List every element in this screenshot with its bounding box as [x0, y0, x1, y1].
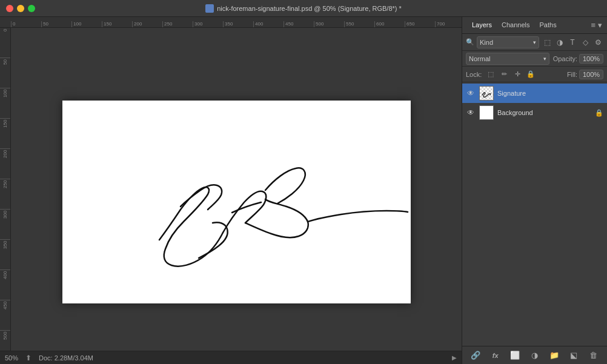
filter-icons: ⬚ ◑ T ◇ ⚙ — [542, 37, 603, 48]
layer-lock-icon-background: 🔒 — [595, 109, 603, 117]
shape-filter-icon[interactable]: ◇ — [580, 37, 591, 48]
document-canvas — [62, 101, 411, 303]
tab-layers[interactable]: Layers — [467, 17, 497, 34]
canvas-with-ruler: 0 50 100 150 200 250 300 350 400 450 500 — [0, 28, 462, 351]
ruler-mark: 300 — [193, 21, 223, 27]
ruler-left-mark: 50 — [0, 58, 10, 88]
lock-position-btn[interactable]: ✛ — [512, 69, 523, 80]
adjust-filter-icon[interactable]: ◑ — [554, 37, 565, 48]
right-panel: Layers Channels Paths ≡ ▾ 🔍 Kind ▾ — [462, 17, 607, 364]
ruler-left-mark: 0 — [0, 28, 10, 58]
lock-all-btn[interactable]: 🔒 — [525, 69, 536, 80]
lock-row: Lock: ⬚ ✏ ✛ 🔒 Fill: 100% — [462, 67, 607, 82]
opacity-control: Opacity: 100% — [553, 54, 603, 64]
panel-menu-icon[interactable]: ▾ — [598, 21, 602, 30]
blend-row: Normal ▾ Opacity: 100% — [462, 51, 607, 67]
ruler-top: 0 50 100 150 200 250 300 350 400 450 500… — [0, 17, 462, 28]
opacity-input[interactable]: 100% — [579, 54, 603, 64]
title-area: nick-foreman-signature-final.psd @ 50% (… — [205, 4, 402, 13]
status-arrow-right[interactable]: ▶ — [452, 354, 457, 361]
layer-name-background: Background — [497, 109, 591, 116]
ruler-left-mark: 300 — [0, 210, 10, 240]
minimize-button[interactable] — [17, 5, 24, 12]
panel-header-icons: ≡ ▾ — [591, 21, 602, 30]
ruler-left-mark: 400 — [0, 270, 10, 300]
svg-rect-0 — [62, 101, 411, 303]
kind-dropdown[interactable]: Kind ▾ — [477, 36, 539, 48]
ruler-mark: 250 — [162, 21, 193, 27]
delete-layer-icon[interactable]: 🗑 — [588, 349, 600, 362]
ruler-mark: 350 — [223, 21, 253, 27]
canvas-viewport[interactable] — [11, 28, 462, 351]
window-controls[interactable] — [6, 5, 35, 12]
add-adjustment-icon[interactable]: ◑ — [528, 349, 540, 362]
lock-label: Lock: — [466, 71, 482, 78]
document-title: nick-foreman-signature-final.psd @ 50% (… — [217, 5, 402, 12]
close-button[interactable] — [6, 5, 13, 12]
blend-mode-dropdown[interactable]: Normal ▾ — [466, 53, 549, 65]
ruler-left-mark: 150 — [0, 119, 10, 149]
svg-rect-1 — [480, 87, 493, 100]
fill-input[interactable]: 100% — [579, 70, 603, 79]
lock-transparent-btn[interactable]: ⬚ — [485, 69, 496, 80]
ruler-mark: 450 — [284, 21, 314, 27]
layer-visibility-background[interactable]: 👁 — [466, 108, 476, 117]
fill-label: Fill: — [567, 71, 577, 78]
pixel-filter-icon[interactable]: ⬚ — [542, 37, 552, 48]
ruler-mark: 600 — [374, 21, 405, 27]
ruler-mark: 650 — [405, 21, 435, 27]
tab-channels[interactable]: Channels — [497, 17, 534, 34]
ruler-mark: 0 — [11, 21, 41, 27]
ruler-left-mark: 250 — [0, 179, 10, 210]
add-mask-icon[interactable]: ⬜ — [509, 349, 521, 362]
canvas-area: 0 50 100 150 200 250 300 350 400 450 500… — [0, 17, 462, 364]
panel-header: Layers Channels Paths ≡ ▾ — [462, 17, 607, 34]
new-layer-icon[interactable]: ⬕ — [568, 349, 580, 362]
lock-paint-btn[interactable]: ✏ — [499, 69, 509, 80]
ruler-mark: 100 — [71, 21, 102, 27]
layer-thumb-background — [479, 105, 494, 120]
ruler-left-mark: 200 — [0, 149, 10, 179]
fx-icon[interactable]: fx — [489, 349, 502, 362]
signature-svg — [62, 101, 411, 303]
ruler-mark: 500 — [314, 21, 344, 27]
ruler-left-mark: 350 — [0, 240, 10, 270]
text-filter-icon[interactable]: T — [567, 37, 578, 48]
zoom-level: 50% — [5, 354, 18, 362]
opacity-label: Opacity: — [553, 55, 577, 62]
share-icon[interactable]: ⬆ — [25, 354, 32, 362]
layer-item-signature[interactable]: 👁 Signature — [462, 84, 607, 103]
layers-list: 👁 Signature 👁 Background 🔒 — [462, 82, 607, 346]
doc-info: Doc: 2.28M/3.04M — [39, 354, 93, 362]
add-group-icon[interactable]: 📁 — [548, 349, 560, 362]
tab-paths[interactable]: Paths — [535, 17, 562, 34]
link-layers-icon[interactable]: 🔗 — [469, 349, 482, 362]
statusbar: 50% ⬆ Doc: 2.28M/3.04M ▶ — [0, 351, 462, 364]
lock-icons: ⬚ ✏ ✛ 🔒 — [485, 69, 536, 80]
dropdown-chevron: ▾ — [533, 39, 536, 45]
ruler-left-marks: 0 50 100 150 200 250 300 350 400 450 500 — [0, 28, 10, 351]
ruler-mark: 700 — [435, 21, 462, 27]
panel-collapse-icon[interactable]: ≡ — [591, 21, 595, 30]
fill-control: Fill: 100% — [567, 70, 603, 79]
main-area: 0 50 100 150 200 250 300 350 400 450 500… — [0, 17, 607, 364]
layer-visibility-signature[interactable]: 👁 — [466, 88, 476, 98]
ruler-top-marks: 0 50 100 150 200 250 300 350 400 450 500… — [11, 21, 462, 27]
ruler-left-mark: 100 — [0, 88, 10, 119]
panel-footer: 🔗 fx ⬜ ◑ 📁 ⬕ 🗑 — [462, 346, 607, 364]
smart-filter-icon[interactable]: ⚙ — [592, 37, 603, 48]
layer-thumb-signature — [479, 86, 494, 101]
filter-row: 🔍 Kind ▾ ⬚ ◑ T ◇ ⚙ — [462, 34, 607, 51]
layer-name-signature: Signature — [497, 90, 603, 97]
ruler-left-mark: 450 — [0, 300, 10, 331]
ruler-mark: 150 — [102, 21, 132, 27]
blend-chevron: ▾ — [543, 56, 546, 62]
ruler-mark: 550 — [344, 21, 374, 27]
ruler-left: 0 50 100 150 200 250 300 350 400 450 500 — [0, 28, 11, 351]
layer-item-background[interactable]: 👁 Background 🔒 — [462, 103, 607, 122]
panel-tabs: Layers Channels Paths — [467, 17, 562, 34]
search-icon: 🔍 — [466, 38, 474, 46]
ruler-left-mark: 500 — [0, 331, 10, 351]
maximize-button[interactable] — [28, 5, 35, 12]
titlebar: nick-foreman-signature-final.psd @ 50% (… — [0, 0, 607, 17]
